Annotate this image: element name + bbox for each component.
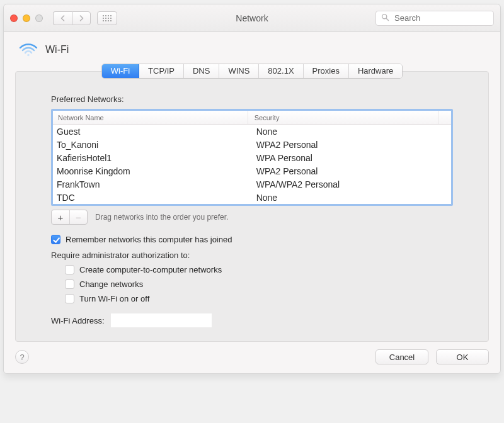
network-name: FrankTown: [54, 179, 249, 189]
column-security[interactable]: Security: [248, 111, 438, 124]
network-name: To_Kanoni: [54, 140, 249, 150]
tab-tcpip[interactable]: TCP/IP: [139, 64, 184, 78]
table-row[interactable]: TDC None: [53, 191, 451, 204]
auth-turn-checkbox[interactable]: [65, 294, 74, 303]
table-body: Guest None To_Kanoni WPA2 Personal Kafie…: [53, 125, 451, 204]
tab-dns[interactable]: DNS: [184, 64, 219, 78]
tabbar: Wi-Fi TCP/IP DNS WINS 802.1X Proxies Har…: [101, 64, 403, 79]
network-name: TDC: [54, 193, 249, 203]
add-remove-group: + −: [51, 210, 88, 225]
drag-hint: Drag networks into the order you prefer.: [95, 213, 228, 222]
close-icon[interactable]: [10, 14, 18, 22]
remember-networks-label: Remember networks this computer has join…: [66, 235, 232, 244]
tab-8021x[interactable]: 802.1X: [259, 64, 303, 78]
table-header: Network Name Security: [53, 111, 451, 125]
network-security: WPA Personal: [249, 153, 451, 163]
wifi-icon: [19, 42, 38, 57]
svg-line-1: [386, 18, 388, 20]
search-icon: [381, 13, 389, 23]
search-field[interactable]: [375, 11, 494, 26]
network-preferences-window: Network Wi-Fi Wi-Fi TCP/IP: [3, 4, 501, 374]
auth-create-label: Create computer-to-computer networks: [79, 265, 222, 274]
wifi-address-label: Wi-Fi Address:: [51, 316, 105, 325]
network-security: WPA2 Personal: [249, 140, 451, 150]
network-security: None: [249, 193, 451, 203]
page-title: Wi-Fi: [45, 44, 69, 55]
maximize-icon[interactable]: [35, 14, 43, 22]
search-input[interactable]: [393, 13, 501, 23]
show-all-button[interactable]: [97, 11, 117, 25]
tab-wins[interactable]: WINS: [219, 64, 259, 78]
require-auth-label: Require administrator authorization to:: [51, 251, 453, 260]
table-row[interactable]: To_Kanoni WPA2 Personal: [53, 138, 451, 151]
network-name: Guest: [54, 127, 249, 137]
remove-network-button[interactable]: −: [69, 210, 87, 224]
svg-point-2: [27, 54, 30, 57]
add-network-button[interactable]: +: [52, 210, 69, 224]
network-name: KafierisHotel1: [54, 153, 249, 163]
nav-back-forward: [53, 11, 91, 25]
auth-create-checkbox[interactable]: [65, 265, 74, 274]
preferred-networks-label: Preferred Networks:: [51, 94, 453, 104]
table-row[interactable]: Moonrise Kingdom WPA2 Personal: [53, 164, 451, 178]
help-button[interactable]: ?: [15, 350, 29, 364]
auth-turn-label: Turn Wi-Fi on or off: [79, 294, 149, 303]
network-security: WPA/WPA2 Personal: [249, 179, 451, 189]
auth-change-checkbox[interactable]: [65, 279, 74, 289]
window-controls: [10, 14, 43, 22]
table-row[interactable]: Guest None: [53, 125, 451, 138]
table-row[interactable]: KafierisHotel1 WPA Personal: [53, 151, 451, 164]
forward-button[interactable]: [72, 11, 91, 25]
minimize-icon[interactable]: [23, 14, 30, 22]
auth-change-label: Change networks: [79, 279, 143, 289]
preferred-networks-table[interactable]: Network Name Security Guest None To_Kano…: [51, 109, 453, 206]
grid-icon: [103, 15, 112, 21]
table-row[interactable]: FrankTown WPA/WPA2 Personal: [53, 178, 451, 191]
cancel-button[interactable]: Cancel: [375, 349, 428, 364]
wifi-address-value: [111, 313, 212, 327]
network-name: Moonrise Kingdom: [54, 166, 249, 176]
remember-networks-checkbox[interactable]: [51, 235, 60, 244]
tab-hardware[interactable]: Hardware: [349, 64, 402, 78]
column-network-name[interactable]: Network Name: [53, 111, 248, 124]
ok-button[interactable]: OK: [436, 349, 489, 364]
tab-proxies[interactable]: Proxies: [304, 64, 349, 78]
network-security: None: [249, 127, 451, 137]
titlebar: Network: [4, 4, 500, 32]
wifi-panel: Preferred Networks: Network Name Securit…: [15, 71, 489, 342]
tab-wifi[interactable]: Wi-Fi: [102, 64, 139, 78]
back-button[interactable]: [53, 11, 72, 25]
network-security: WPA2 Personal: [249, 166, 451, 176]
